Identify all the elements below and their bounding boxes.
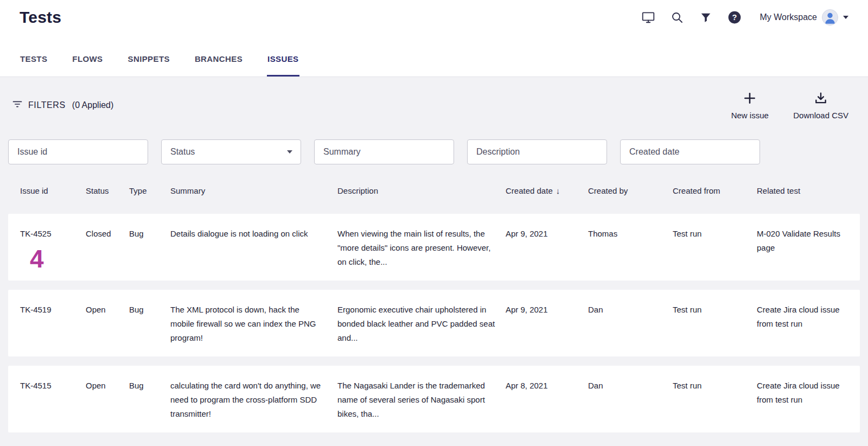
filter-icon[interactable] bbox=[699, 10, 713, 24]
filters-label: FILTERS bbox=[28, 100, 66, 110]
header-actions: ? My Workspace bbox=[641, 9, 848, 26]
plus-icon bbox=[743, 91, 757, 107]
cell-type: Bug bbox=[129, 303, 170, 348]
cell-created-date: Apr 9, 2021 bbox=[506, 303, 588, 348]
summary-filter-input[interactable] bbox=[314, 139, 454, 164]
cell-related-test: M-020 Validate Results page bbox=[757, 227, 860, 272]
cell-issue-id: TK-4525 4 bbox=[20, 227, 86, 272]
table-row[interactable]: TK-4515 Open Bug calculating the card wo… bbox=[8, 366, 860, 432]
cell-summary: The XML protocol is down, hack the mobil… bbox=[170, 303, 337, 348]
column-header-created-from[interactable]: Created from bbox=[673, 186, 757, 195]
cell-created-by: Dan bbox=[588, 379, 673, 424]
new-issue-label: New issue bbox=[731, 111, 769, 120]
issues-table: Issue id Status Type Summary Description… bbox=[0, 164, 868, 432]
cell-created-from: Test run bbox=[673, 379, 757, 424]
annotation-marker: 4 bbox=[30, 246, 72, 271]
workspace-label: My Workspace bbox=[760, 12, 817, 22]
new-issue-button[interactable]: New issue bbox=[728, 91, 771, 120]
filters-applied-count: (0 Applied) bbox=[72, 100, 114, 110]
chevron-down-icon bbox=[843, 16, 848, 19]
column-header-created-by[interactable]: Created by bbox=[588, 186, 673, 195]
cell-status: Closed bbox=[86, 227, 129, 272]
tab-bar: TESTS FLOWS SNIPPETS BRANCHES ISSUES bbox=[0, 30, 868, 77]
cell-description: The Nagasaki Lander is the trademarked n… bbox=[337, 379, 506, 424]
tab-flows[interactable]: FLOWS bbox=[72, 30, 103, 77]
cell-summary: Details dialogue is not loading on click bbox=[170, 227, 337, 272]
cell-status: Open bbox=[86, 303, 129, 348]
cell-type: Bug bbox=[129, 227, 170, 272]
cell-related-test: Create Jira cloud issue from test run bbox=[757, 303, 860, 348]
issue-id-filter-input[interactable] bbox=[8, 139, 148, 164]
filters-bar: FILTERS (0 Applied) New issue Download C… bbox=[0, 77, 868, 120]
cell-issue-id: TK-4515 bbox=[20, 379, 86, 424]
created-date-filter bbox=[620, 139, 760, 164]
issue-id-value: TK-4525 bbox=[20, 227, 72, 241]
cell-type: Bug bbox=[129, 379, 170, 424]
svg-text:?: ? bbox=[732, 13, 737, 22]
cell-description: When viewing the main list of results, t… bbox=[337, 227, 506, 272]
download-csv-label: Download CSV bbox=[793, 111, 848, 120]
help-icon[interactable]: ? bbox=[727, 10, 742, 24]
cell-description: Ergonomic executive chair upholstered in… bbox=[337, 303, 506, 348]
column-header-issue-id[interactable]: Issue id bbox=[20, 186, 86, 195]
display-icon[interactable] bbox=[641, 10, 655, 24]
filters-toggle[interactable]: FILTERS (0 Applied) bbox=[12, 99, 113, 112]
search-icon[interactable] bbox=[670, 10, 684, 24]
table-row[interactable]: TK-4525 4 Closed Bug Details dialogue is… bbox=[8, 214, 860, 281]
column-header-summary[interactable]: Summary bbox=[170, 186, 337, 195]
created-date-filter-input[interactable] bbox=[620, 139, 760, 164]
summary-filter bbox=[314, 139, 454, 164]
cell-related-test: Create Jira cloud issue from test run bbox=[757, 379, 860, 424]
cell-created-date: Apr 8, 2021 bbox=[506, 379, 588, 424]
column-header-created-date[interactable]: Created date↓ bbox=[506, 186, 588, 195]
column-header-status[interactable]: Status bbox=[86, 186, 129, 195]
cell-created-from: Test run bbox=[673, 303, 757, 348]
cell-created-from: Test run bbox=[673, 227, 757, 272]
tab-tests[interactable]: TESTS bbox=[20, 30, 48, 77]
description-filter bbox=[467, 139, 607, 164]
filter-list-icon bbox=[12, 99, 23, 112]
filter-inputs-row bbox=[0, 120, 868, 164]
cell-created-date: Apr 9, 2021 bbox=[506, 227, 588, 272]
app-header: Tests bbox=[0, 0, 868, 30]
cell-issue-id: TK-4519 bbox=[20, 303, 86, 348]
created-date-header-label: Created date bbox=[506, 186, 553, 195]
sort-descending-icon: ↓ bbox=[556, 186, 560, 195]
download-csv-button[interactable]: Download CSV bbox=[793, 91, 848, 120]
status-filter bbox=[161, 139, 301, 164]
workspace-menu[interactable]: My Workspace bbox=[760, 9, 848, 26]
cell-status: Open bbox=[86, 379, 129, 424]
description-filter-input[interactable] bbox=[467, 139, 607, 164]
cell-summary: calculating the card won't do anything, … bbox=[170, 379, 337, 424]
table-header-row: Issue id Status Type Summary Description… bbox=[8, 164, 860, 214]
column-header-type[interactable]: Type bbox=[129, 186, 170, 195]
avatar bbox=[822, 9, 838, 26]
column-header-related-test[interactable]: Related test bbox=[757, 186, 860, 195]
cell-created-by: Dan bbox=[588, 303, 673, 348]
status-filter-select[interactable] bbox=[161, 139, 301, 164]
tab-snippets[interactable]: SNIPPETS bbox=[127, 30, 170, 77]
column-header-description[interactable]: Description bbox=[337, 186, 506, 195]
download-icon bbox=[814, 91, 828, 107]
issue-id-filter bbox=[8, 139, 148, 164]
filter-actions: New issue Download CSV bbox=[728, 91, 848, 120]
cell-created-by: Thomas bbox=[588, 227, 673, 272]
table-row[interactable]: TK-4519 Open Bug The XML protocol is dow… bbox=[8, 290, 860, 356]
page-title: Tests bbox=[20, 8, 61, 27]
top-section: Tests bbox=[0, 0, 868, 77]
tab-issues[interactable]: ISSUES bbox=[267, 30, 299, 77]
tab-branches[interactable]: BRANCHES bbox=[194, 30, 243, 77]
